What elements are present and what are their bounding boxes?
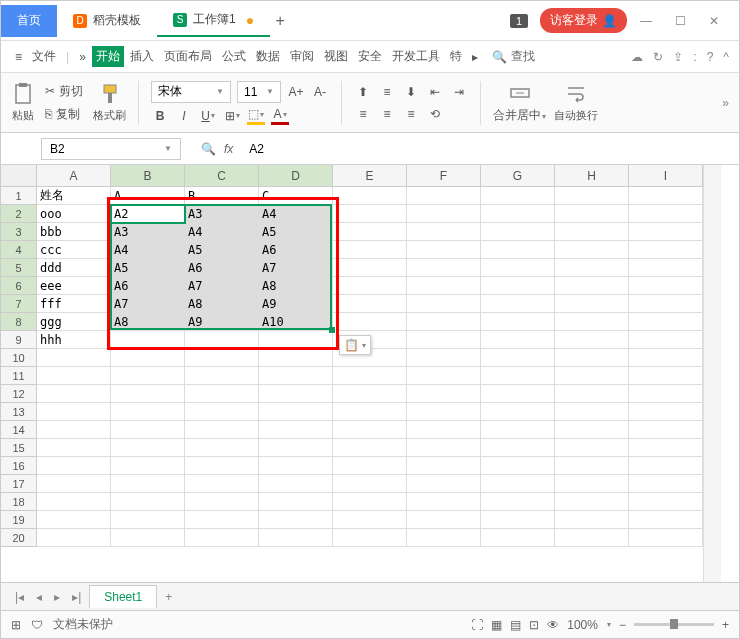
cell[interactable]: A9 <box>259 295 333 313</box>
cell[interactable] <box>111 331 185 349</box>
cell[interactable] <box>629 277 703 295</box>
cell[interactable]: C <box>259 187 333 205</box>
cell[interactable] <box>555 187 629 205</box>
col-header[interactable]: F <box>407 165 481 187</box>
cell[interactable] <box>481 511 555 529</box>
cell[interactable] <box>407 295 481 313</box>
sheet-add[interactable]: + <box>161 590 176 604</box>
cell[interactable] <box>111 439 185 457</box>
cell[interactable]: A7 <box>185 277 259 295</box>
cell[interactable] <box>333 223 407 241</box>
cell[interactable] <box>37 421 111 439</box>
row-header[interactable]: 9 <box>1 331 37 349</box>
sync-icon[interactable]: ↻ <box>653 50 663 64</box>
cell[interactable]: A6 <box>259 241 333 259</box>
cell[interactable] <box>555 367 629 385</box>
format-painter-button[interactable]: 格式刷 <box>93 82 126 123</box>
cell[interactable] <box>37 403 111 421</box>
row-header[interactable]: 12 <box>1 385 37 403</box>
cell[interactable] <box>407 439 481 457</box>
cell[interactable] <box>333 439 407 457</box>
cell[interactable] <box>555 295 629 313</box>
cell[interactable]: A5 <box>259 223 333 241</box>
paste-button[interactable]: 粘贴 <box>11 82 35 123</box>
formula-input[interactable] <box>241 139 739 159</box>
cell[interactable] <box>481 457 555 475</box>
cell[interactable] <box>407 223 481 241</box>
cell[interactable] <box>629 241 703 259</box>
cell[interactable] <box>333 529 407 547</box>
cell[interactable]: ooo <box>37 205 111 223</box>
cell[interactable] <box>111 349 185 367</box>
tab-docer[interactable]: D稻壳模板 <box>57 5 157 37</box>
indent-decrease-button[interactable]: ⇤ <box>426 83 444 101</box>
search-box[interactable]: 🔍查找 <box>492 48 535 65</box>
row-header[interactable]: 14 <box>1 421 37 439</box>
cell[interactable] <box>333 295 407 313</box>
cell[interactable] <box>185 349 259 367</box>
cell[interactable]: hhh <box>37 331 111 349</box>
cell[interactable]: A3 <box>185 205 259 223</box>
cell[interactable]: A <box>111 187 185 205</box>
cell[interactable]: A8 <box>259 277 333 295</box>
cell[interactable] <box>555 223 629 241</box>
fullscreen-icon[interactable]: ⛶ <box>471 618 483 632</box>
cut-button[interactable]: ✂剪切 <box>43 81 85 102</box>
merge-button[interactable]: 合并居中▾ <box>493 81 546 124</box>
cell[interactable] <box>407 331 481 349</box>
cell[interactable] <box>407 259 481 277</box>
cell[interactable]: A7 <box>259 259 333 277</box>
cell[interactable] <box>185 421 259 439</box>
paste-options-button[interactable]: 📋▾ <box>339 335 371 355</box>
cell[interactable] <box>481 259 555 277</box>
menu-insert[interactable]: 插入 <box>126 46 158 67</box>
name-box[interactable]: B2▼ <box>41 138 181 160</box>
col-header[interactable]: B <box>111 165 185 187</box>
cell[interactable] <box>185 457 259 475</box>
cell[interactable] <box>333 259 407 277</box>
zoom-value[interactable]: 100% <box>567 618 598 632</box>
view-page-icon[interactable]: ▤ <box>510 618 521 632</box>
cell[interactable] <box>555 205 629 223</box>
cell[interactable] <box>629 511 703 529</box>
row-header[interactable]: 8 <box>1 313 37 331</box>
cell[interactable]: A6 <box>111 277 185 295</box>
cell[interactable] <box>185 439 259 457</box>
menu-dev[interactable]: 开发工具 <box>388 46 444 67</box>
cell[interactable] <box>407 385 481 403</box>
cell[interactable]: eee <box>37 277 111 295</box>
cell[interactable] <box>259 529 333 547</box>
cell[interactable]: A4 <box>185 223 259 241</box>
row-header[interactable]: 7 <box>1 295 37 313</box>
cell[interactable] <box>111 403 185 421</box>
tab-workbook[interactable]: S工作簿1● <box>157 5 270 37</box>
cell[interactable] <box>629 385 703 403</box>
sheet-nav-last[interactable]: ▸| <box>68 590 85 604</box>
cell[interactable]: A8 <box>185 295 259 313</box>
cell[interactable] <box>481 367 555 385</box>
cell[interactable] <box>407 349 481 367</box>
cell[interactable] <box>111 511 185 529</box>
copy-button[interactable]: ⎘复制 <box>43 104 85 125</box>
cell[interactable]: ccc <box>37 241 111 259</box>
col-header[interactable]: G <box>481 165 555 187</box>
cell[interactable] <box>37 475 111 493</box>
cell[interactable] <box>333 241 407 259</box>
cell[interactable] <box>555 349 629 367</box>
sheet-tab[interactable]: Sheet1 <box>89 585 157 608</box>
cell[interactable] <box>629 187 703 205</box>
view-custom-icon[interactable]: ⊡ <box>529 618 539 632</box>
cell[interactable] <box>259 475 333 493</box>
cell[interactable] <box>333 367 407 385</box>
zoom-in[interactable]: + <box>722 618 729 632</box>
orientation-button[interactable]: ⟲ <box>426 105 444 123</box>
cell[interactable] <box>555 439 629 457</box>
cell[interactable] <box>481 277 555 295</box>
col-header[interactable]: I <box>629 165 703 187</box>
increase-font-icon[interactable]: A+ <box>287 83 305 101</box>
cell[interactable]: A5 <box>111 259 185 277</box>
ribbon-expand[interactable]: » <box>722 96 729 110</box>
cell[interactable] <box>407 187 481 205</box>
cell[interactable] <box>111 385 185 403</box>
font-family-select[interactable]: 宋体▼ <box>151 81 231 103</box>
